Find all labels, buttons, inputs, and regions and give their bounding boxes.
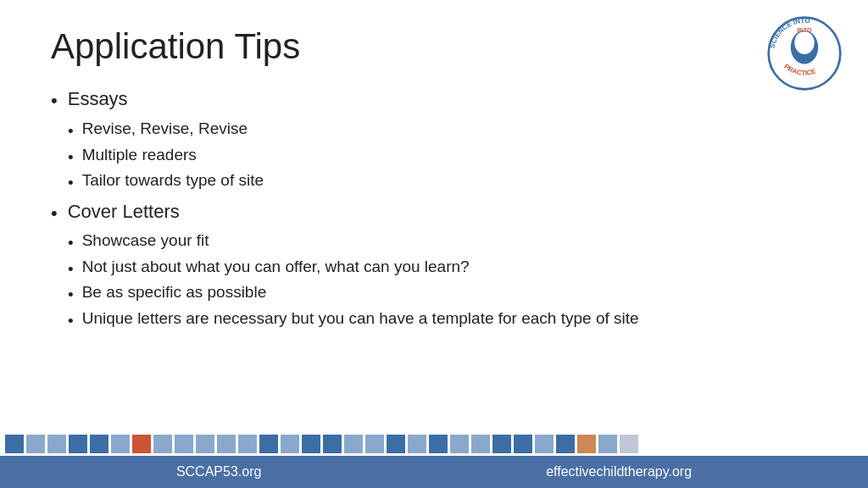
color-square <box>196 435 214 453</box>
list-item-label: Cover Letters <box>68 201 817 223</box>
color-square <box>450 435 469 453</box>
bottom-section: SCCAP53.org effectivechildtherapy.org <box>0 432 868 488</box>
svg-point-3 <box>794 31 814 54</box>
color-square <box>514 435 532 453</box>
sub-list-item: Showcase your fit <box>68 231 817 256</box>
color-square <box>5 435 24 453</box>
color-square <box>132 435 151 453</box>
color-square <box>69 435 87 453</box>
color-square <box>577 435 596 453</box>
sub-list: Showcase your fitNot just about what you… <box>68 231 817 333</box>
color-square <box>387 435 405 453</box>
sub-list-item: Revise, Revise, Revise <box>68 119 817 144</box>
color-square <box>47 435 66 453</box>
slide: SCIENCE INTO PRACTICE INTO Application T… <box>0 0 868 488</box>
footer-left: SCCAP53.org <box>176 464 262 480</box>
color-square <box>556 435 575 453</box>
sub-list-item: Tailor towards type of site <box>68 171 817 196</box>
color-square <box>259 435 278 453</box>
sub-list-item: Unique letters are necessary but you can… <box>68 309 817 334</box>
footer-right: effectivechildtherapy.org <box>546 464 692 480</box>
content-area: SCIENCE INTO PRACTICE INTO Application T… <box>0 0 868 432</box>
sub-list-item: Be as specific as possible <box>68 283 817 308</box>
color-square <box>111 435 130 453</box>
logo: SCIENCE INTO PRACTICE INTO <box>766 15 843 92</box>
color-square <box>492 435 511 453</box>
color-square <box>471 435 490 453</box>
color-square <box>90 435 108 453</box>
color-square <box>323 435 342 453</box>
sub-list: Revise, Revise, ReviseMultiple readersTa… <box>68 119 817 196</box>
color-bar <box>0 432 868 456</box>
color-square <box>408 435 426 453</box>
color-square <box>217 435 236 453</box>
color-square <box>238 435 257 453</box>
sub-list-container: Revise, Revise, ReviseMultiple readersTa… <box>51 119 817 196</box>
list-item: Essays <box>51 88 817 114</box>
sub-list-item: Not just about what you can offer, what … <box>68 258 817 282</box>
sub-list-container: Showcase your fitNot just about what you… <box>51 231 817 333</box>
footer: SCCAP53.org effectivechildtherapy.org <box>0 456 868 488</box>
color-square <box>365 435 384 453</box>
color-square <box>175 435 193 453</box>
color-square <box>302 435 320 453</box>
color-square <box>535 435 554 453</box>
color-square <box>281 435 299 453</box>
color-square <box>620 435 638 453</box>
list-item-label: Essays <box>68 88 817 110</box>
color-square <box>26 435 45 453</box>
sub-list-item: Multiple readers <box>68 146 817 170</box>
svg-text:INTO: INTO <box>797 26 811 34</box>
color-square <box>344 435 363 453</box>
page-title: Application Tips <box>51 25 817 68</box>
color-square <box>153 435 172 453</box>
color-square <box>598 435 617 453</box>
main-list: EssaysRevise, Revise, ReviseMultiple rea… <box>51 88 817 333</box>
list-item: Cover Letters <box>51 201 817 227</box>
color-square <box>429 435 448 453</box>
